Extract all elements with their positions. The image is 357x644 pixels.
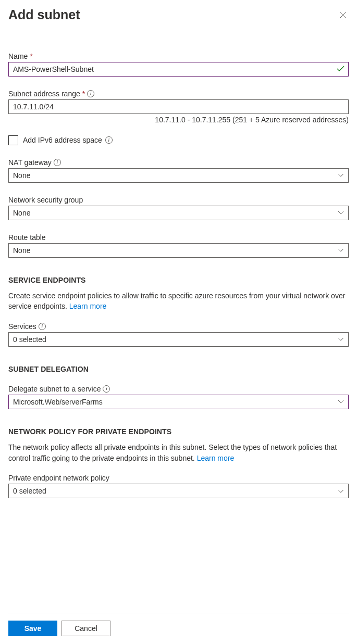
subnet-range-input[interactable] xyxy=(8,99,349,114)
route-table-label: Route table xyxy=(8,233,349,242)
nsg-label: Network security group xyxy=(8,196,349,204)
nsg-select[interactable]: None xyxy=(8,206,349,220)
chevron-down-icon xyxy=(338,211,344,214)
service-endpoints-header: SERVICE ENDPOINTS xyxy=(8,276,349,284)
check-icon xyxy=(337,65,344,74)
chevron-down-icon xyxy=(338,400,344,403)
chevron-down-icon xyxy=(338,337,344,341)
name-label: Name * xyxy=(8,52,349,60)
name-input[interactable] xyxy=(8,62,349,77)
learn-more-link[interactable]: Learn more xyxy=(69,302,107,310)
network-policy-description: The network policy affects all private e… xyxy=(8,442,349,463)
nat-gateway-select[interactable]: None xyxy=(8,168,349,183)
info-icon[interactable]: i xyxy=(103,385,110,393)
private-endpoint-policy-select[interactable]: 0 selected xyxy=(8,484,349,498)
chevron-down-icon xyxy=(338,489,344,493)
subnet-range-label: Subnet address range * i xyxy=(8,90,349,98)
route-table-select[interactable]: None xyxy=(8,243,349,258)
page-title: Add subnet xyxy=(8,6,80,23)
ipv6-checkbox[interactable] xyxy=(8,135,18,145)
required-indicator: * xyxy=(30,52,32,60)
private-endpoint-policy-label: Private endpoint network policy xyxy=(8,474,349,482)
close-button[interactable] xyxy=(337,9,349,22)
subnet-range-hint: 10.7.11.0 - 10.7.11.255 (251 + 5 Azure r… xyxy=(8,116,349,124)
ipv6-checkbox-label: Add IPv6 address space i xyxy=(23,136,113,144)
services-label: Services i xyxy=(8,322,349,331)
info-icon[interactable]: i xyxy=(105,136,113,144)
save-button[interactable]: Save xyxy=(8,621,57,636)
chevron-down-icon xyxy=(338,248,344,252)
cancel-button[interactable]: Cancel xyxy=(61,621,110,636)
nat-gateway-label: NAT gateway i xyxy=(8,158,349,167)
delegate-label: Delegate subnet to a service i xyxy=(8,385,349,393)
chevron-down-icon xyxy=(338,173,344,177)
info-icon[interactable]: i xyxy=(54,159,61,166)
delegate-select[interactable]: Microsoft.Web/serverFarms xyxy=(8,395,349,409)
service-endpoints-description: Create service endpoint policies to allo… xyxy=(8,291,349,312)
info-icon[interactable]: i xyxy=(87,90,94,97)
close-icon xyxy=(339,11,347,19)
learn-more-link[interactable]: Learn more xyxy=(197,454,235,462)
services-select[interactable]: 0 selected xyxy=(8,332,349,347)
subnet-delegation-header: SUBNET DELEGATION xyxy=(8,365,349,373)
network-policy-header: NETWORK POLICY FOR PRIVATE ENDPOINTS xyxy=(8,427,349,436)
info-icon[interactable]: i xyxy=(39,323,46,330)
required-indicator: * xyxy=(82,90,85,98)
